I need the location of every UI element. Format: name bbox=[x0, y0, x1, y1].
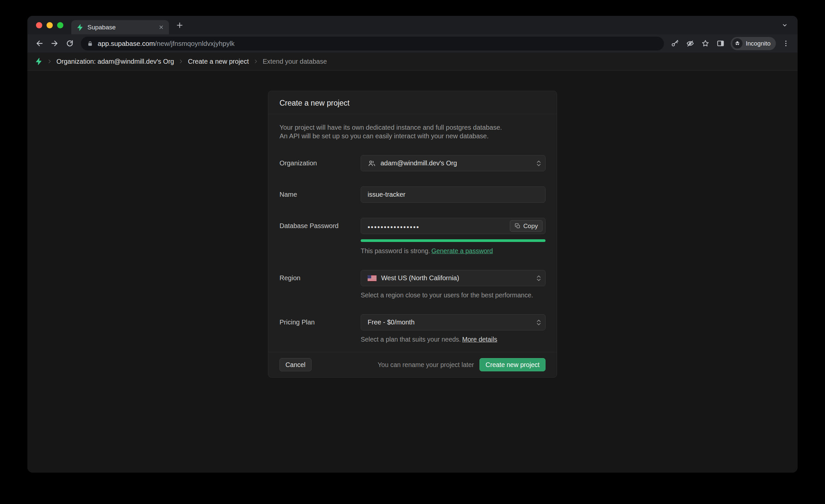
supabase-logo-icon[interactable] bbox=[34, 57, 43, 65]
card-header: Create a new project bbox=[268, 91, 557, 114]
password-strength-text: This password is strong. bbox=[361, 247, 430, 255]
new-tab-button[interactable] bbox=[175, 21, 184, 29]
region-help-text: Select a region close to your users for … bbox=[361, 291, 545, 299]
select-chevrons-icon bbox=[535, 319, 542, 326]
password-label: Database Password bbox=[280, 218, 361, 255]
macos-window-controls bbox=[36, 22, 63, 28]
project-name-input[interactable]: issue-tracker bbox=[361, 187, 545, 203]
supabase-favicon-icon bbox=[76, 24, 83, 31]
breadcrumb-separator-icon bbox=[253, 59, 258, 64]
password-strength-row: This password is strong.Generate a passw… bbox=[361, 247, 545, 255]
url-text: app.supabase.com/new/jfnsmqoynldvxjyhpyl… bbox=[98, 40, 235, 48]
close-window-button[interactable] bbox=[36, 22, 42, 28]
incognito-label: Incognito bbox=[746, 40, 770, 47]
password-strength-bar bbox=[361, 239, 545, 242]
rename-note: You can rename your project later bbox=[378, 361, 474, 369]
pricing-help-row: Select a plan that suits your needs.More… bbox=[361, 336, 545, 343]
password-masked-value: •••••••••••••••• bbox=[368, 222, 420, 230]
address-bar[interactable]: app.supabase.com/new/jfnsmqoynldvxjyhpyl… bbox=[81, 37, 664, 51]
tab-title: Supabase bbox=[87, 24, 154, 31]
select-chevrons-icon bbox=[535, 275, 542, 282]
page-title: Create a new project bbox=[280, 99, 545, 107]
us-flag-icon bbox=[368, 275, 377, 281]
project-name-value: issue-tracker bbox=[368, 191, 405, 198]
select-chevrons-icon bbox=[535, 160, 542, 167]
name-field-row: Name issue-tracker bbox=[280, 187, 545, 203]
url-domain: app.supabase.com bbox=[98, 40, 155, 47]
description-line-1: Your project will have its own dedicated… bbox=[280, 123, 545, 132]
browser-menu-icon[interactable] bbox=[778, 36, 793, 51]
side-panel-icon[interactable] bbox=[714, 36, 728, 51]
bookmark-star-icon[interactable] bbox=[698, 36, 713, 51]
tab-strip: Supabase bbox=[27, 16, 798, 34]
supabase-page: Organization: adam@windmill.dev's Org Cr… bbox=[27, 53, 798, 473]
breadcrumb-extend-database: Extend your database bbox=[263, 58, 327, 65]
card-description: Your project will have its own dedicated… bbox=[280, 123, 545, 140]
pricing-help-text: Select a plan that suits your needs. bbox=[361, 336, 461, 343]
generate-password-link[interactable]: Generate a password bbox=[431, 247, 493, 255]
url-path: /new/jfnsmqoynldvxjyhpylk bbox=[155, 40, 235, 47]
breadcrumb: Organization: adam@windmill.dev's Org Cr… bbox=[27, 53, 798, 71]
browser-toolbar: app.supabase.com/new/jfnsmqoynldvxjyhpyl… bbox=[27, 34, 798, 53]
password-key-icon[interactable] bbox=[668, 36, 682, 51]
forward-button[interactable] bbox=[47, 36, 62, 51]
breadcrumb-organization[interactable]: Organization: adam@windmill.dev's Org bbox=[57, 58, 174, 65]
tab-supabase[interactable]: Supabase bbox=[71, 20, 169, 34]
copy-label: Copy bbox=[523, 222, 538, 230]
pricing-label: Pricing Plan bbox=[280, 314, 361, 343]
main-content: Create a new project Your project will h… bbox=[27, 71, 798, 473]
tab-list-chevron-icon[interactable] bbox=[781, 21, 789, 29]
breadcrumb-separator-icon bbox=[178, 59, 183, 64]
fullscreen-window-button[interactable] bbox=[57, 22, 63, 28]
organization-value: adam@windmill.dev's Org bbox=[380, 159, 457, 167]
copy-icon bbox=[515, 223, 521, 229]
copy-password-button[interactable]: Copy bbox=[510, 220, 542, 232]
organization-select[interactable]: adam@windmill.dev's Org bbox=[361, 155, 545, 171]
region-field-row: Region bbox=[280, 270, 545, 299]
browser-window: Supabase app.supabase.com/new/jfnsmqoynl… bbox=[27, 16, 798, 473]
description-line-2: An API will be set up so you can easily … bbox=[280, 132, 545, 140]
card-body: Your project will have its own dedicated… bbox=[268, 114, 557, 343]
incognito-badge[interactable]: Incognito bbox=[731, 37, 776, 50]
card-footer: Cancel You can rename your project later… bbox=[268, 352, 557, 377]
region-select[interactable]: West US (North California) bbox=[361, 270, 545, 286]
users-icon bbox=[368, 159, 376, 167]
reload-button[interactable] bbox=[62, 36, 77, 51]
breadcrumb-separator-icon bbox=[47, 59, 52, 64]
name-label: Name bbox=[280, 187, 361, 203]
breadcrumb-create-project[interactable]: Create a new project bbox=[188, 58, 249, 65]
database-password-input[interactable]: •••••••••••••••• Copy bbox=[361, 218, 545, 234]
region-value: West US (North California) bbox=[381, 274, 459, 282]
lock-icon[interactable] bbox=[87, 40, 93, 47]
pricing-value: Free - $0/month bbox=[368, 318, 415, 326]
organization-field-row: Organization adam@windmill.dev's Org bbox=[280, 155, 545, 171]
pricing-plan-select[interactable]: Free - $0/month bbox=[361, 314, 545, 331]
eye-off-icon[interactable] bbox=[683, 36, 698, 51]
minimize-window-button[interactable] bbox=[47, 22, 53, 28]
organization-label: Organization bbox=[280, 155, 361, 171]
cancel-button[interactable]: Cancel bbox=[280, 358, 311, 371]
create-project-card: Create a new project Your project will h… bbox=[268, 91, 557, 378]
pricing-field-row: Pricing Plan Free - $0/month Select a pl… bbox=[280, 314, 545, 343]
footer-right: You can rename your project later Create… bbox=[378, 358, 545, 371]
back-button[interactable] bbox=[32, 36, 47, 51]
password-field-row: Database Password •••••••••••••••• Copy bbox=[280, 218, 545, 255]
region-label: Region bbox=[280, 270, 361, 299]
tab-close-icon[interactable] bbox=[158, 24, 164, 30]
more-details-link[interactable]: More details bbox=[462, 336, 497, 343]
create-project-button[interactable]: Create new project bbox=[479, 358, 545, 371]
incognito-avatar-icon bbox=[732, 38, 743, 49]
